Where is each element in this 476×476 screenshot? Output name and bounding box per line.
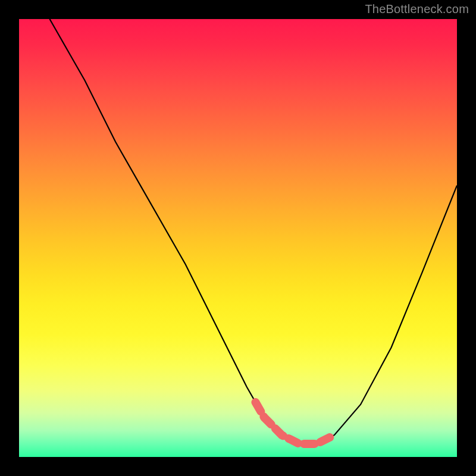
sweet-spot-highlight bbox=[19, 19, 457, 457]
watermark-text: TheBottleneck.com bbox=[365, 2, 469, 16]
plot-area bbox=[19, 19, 457, 457]
sweet-spot-path bbox=[255, 402, 334, 444]
chart-frame: TheBottleneck.com bbox=[0, 0, 476, 476]
